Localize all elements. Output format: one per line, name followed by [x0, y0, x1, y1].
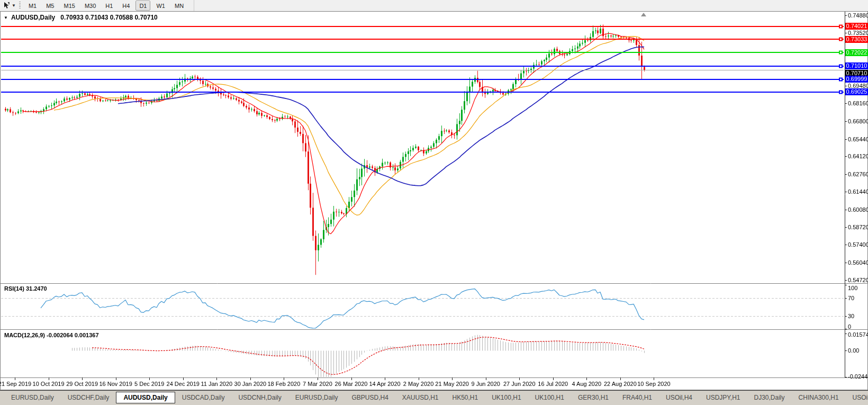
chart-symbol-period: AUDUSD,Daily: [11, 14, 55, 21]
date-tick-label: 30 Jan 2020: [234, 381, 267, 387]
tab-uk100-h1[interactable]: UK100,H1: [485, 392, 528, 403]
tab-audusd-daily[interactable]: AUDUSD,Daily: [116, 392, 175, 403]
date-tick-label: 22 Aug 2020: [604, 381, 637, 387]
tab-usdcnh-daily[interactable]: USDCNH,Daily: [231, 392, 288, 403]
date-tick-label: 21 Sep 2019: [0, 381, 31, 387]
price-tick-label: 0.58720: [848, 224, 868, 230]
macd-indicator-label: MACD(12,26,9) -0.002064 0.001367: [4, 332, 99, 338]
timeframe-button-m30[interactable]: M30: [81, 1, 100, 11]
timeframe-button-w1[interactable]: W1: [152, 1, 169, 11]
tab-ger30-h1[interactable]: GER30,H1: [571, 392, 616, 403]
tab-hk50-h1[interactable]: HK50,H1: [446, 392, 485, 403]
rsi-tick-label: 30: [848, 313, 854, 319]
price-tick-label: 0.73520: [848, 30, 868, 36]
price-tick-label: 0.60080: [848, 206, 868, 213]
date-tick-label: 26 Mar 2020: [335, 381, 368, 387]
date-tick-label: 10 Oct 2019: [33, 381, 65, 387]
rsi-tick-label: 0: [848, 323, 851, 330]
timeframe-buttons-group: M1M5M15M30H1H4D1W1MN: [24, 1, 188, 11]
date-tick-label: 10 Sep 2020: [637, 381, 670, 387]
timeframe-button-m5[interactable]: M5: [42, 1, 58, 11]
date-tick-label: 7 Mar 2020: [303, 381, 332, 387]
price-level-badge: 0.71010: [845, 62, 868, 69]
chart-tab-bar: EURUSD,DailyUSDCHF,DailyAUDUSD,DailyUSDC…: [0, 390, 868, 405]
timeframe-button-mn[interactable]: MN: [171, 1, 187, 11]
date-tick-label: 16 Nov 2019: [99, 381, 132, 387]
price-tick-label: 0.57400: [848, 241, 868, 248]
price-tick-label: 0.68160: [848, 100, 868, 106]
timeframe-toolbar: ▼ M1M5M15M30H1H4D1W1MN: [0, 0, 868, 11]
chart-area: ▼ AUDUSD,Daily 0.70933 0.71043 0.70588 0…: [0, 11, 868, 390]
tab-usoil-h4[interactable]: USOil,H4: [659, 392, 699, 403]
date-tick-label: 29 Oct 2019: [66, 381, 98, 387]
date-tick-label: 14 Apr 2020: [369, 381, 400, 387]
tab-eurusd-daily[interactable]: EURUSD,Daily: [288, 392, 345, 403]
tab-fra40-h1[interactable]: FRA40,H1: [616, 392, 659, 403]
tab-gbpusd-h4[interactable]: GBPUSD,H4: [345, 392, 395, 403]
timeframe-button-m15[interactable]: M15: [60, 1, 78, 11]
timeframe-button-d1[interactable]: D1: [135, 1, 150, 11]
date-tick-label: 24 Dec 2019: [167, 381, 200, 387]
macd-tick-label: 0.015741: [848, 331, 868, 338]
price-tick-label: 0.61440: [848, 188, 868, 195]
tab-xauusd-h1[interactable]: XAUUSD,H1: [395, 392, 446, 403]
price-tick-label: 0.64120: [848, 153, 868, 159]
price-tick-label: 0.66800: [848, 118, 868, 124]
date-tick-label: 18 Feb 2020: [268, 381, 301, 387]
tab-usdchf-daily[interactable]: USDCHF,Daily: [61, 392, 116, 403]
price-chart-canvas[interactable]: [0, 11, 868, 390]
timeframe-button-h1[interactable]: H1: [102, 1, 116, 11]
macd-tick-label: -0.024412: [848, 373, 868, 380]
price-tick-label: 0.74880: [848, 12, 868, 19]
timeframe-button-m1[interactable]: M1: [25, 1, 40, 11]
tab-dj30-daily[interactable]: DJ30,Daily: [747, 392, 792, 403]
rsi-tick-label: 100: [848, 285, 857, 291]
date-tick-label: 16 Jul 2020: [538, 381, 568, 387]
price-tick-label: 0.65440: [848, 136, 868, 142]
tab-uk100-h1[interactable]: UK100,H1: [528, 392, 571, 403]
price-level-badge: 0.73033: [845, 36, 868, 43]
price-tick-label: 0.56040: [848, 259, 868, 266]
toolbar-grip[interactable]: [19, 2, 21, 10]
date-tick-label: 11 Jan 2020: [201, 381, 232, 387]
timeframe-button-h4[interactable]: H4: [119, 1, 133, 11]
price-level-badge: 0.69999: [845, 76, 868, 83]
tab-usoil-h1[interactable]: USOil,H1: [846, 392, 868, 403]
tool-dropdown-arrow-icon[interactable]: ▼: [12, 3, 16, 8]
date-tick-label: 4 Aug 2020: [572, 381, 602, 387]
chart-title: ▼ AUDUSD,Daily 0.70933 0.71043 0.70588 0…: [4, 14, 158, 21]
date-tick-label: 2 May 2020: [403, 381, 433, 387]
collapse-triangle-icon[interactable]: ▼: [4, 15, 8, 20]
rsi-tick-label: 70: [848, 295, 854, 301]
mt4-window: ▼ M1M5M15M30H1H4D1W1MN ▼ AUDUSD,Daily 0.…: [0, 0, 868, 405]
price-level-badge: 0.72022: [845, 49, 868, 56]
price-tick-label: 0.62760: [848, 171, 868, 177]
crosshair-cursor-tool-icon[interactable]: [2, 1, 11, 10]
macd-tick-label: 0.00: [848, 347, 859, 354]
price-tick-label: 0.54720: [848, 277, 868, 283]
date-tick-label: 21 May 2020: [435, 381, 469, 387]
date-tick-label: 5 Dec 2019: [134, 381, 164, 387]
date-tick-label: 27 Jun 2020: [503, 381, 536, 387]
tab-usdcad-daily[interactable]: USDCAD,Daily: [175, 392, 232, 403]
tab-usdjpy-h1[interactable]: USDJPY,H1: [699, 392, 747, 403]
tab-eurusd-daily[interactable]: EURUSD,Daily: [4, 392, 61, 403]
chart-ohlc-values: 0.70933 0.71043 0.70588 0.70710: [60, 14, 158, 21]
rsi-indicator-label: RSI(14) 31.2470: [4, 285, 47, 292]
date-tick-label: 9 Jun 2020: [471, 381, 500, 387]
tab-china300-h1[interactable]: CHINA300,H1: [792, 392, 846, 403]
price-level-badge: 0.74021: [845, 23, 868, 30]
price-level-badge: 0.69025: [845, 88, 868, 95]
toolbar-separator: [194, 0, 194, 11]
